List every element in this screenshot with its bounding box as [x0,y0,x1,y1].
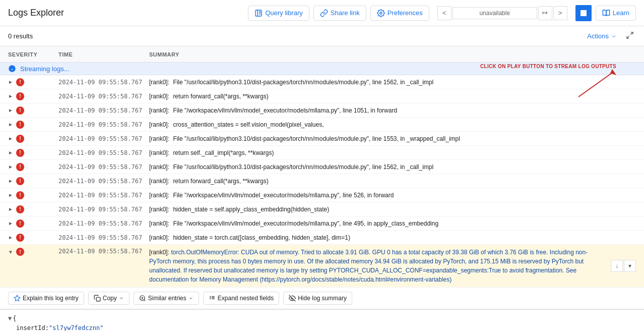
summary-cell: [rank0]: File "/usr/local/lib/python3.10… [149,135,636,142]
summary-cell: [rank0]: hidden_state = self.apply_class… [149,206,636,213]
log-row[interactable]: ► ! 2024-11-09 09:55:58.767 [rank0]: Fil… [0,188,644,202]
log-row[interactable]: ► ! 2024-11-09 09:55:58.767 [rank0]: cro… [0,118,644,132]
expand-toggle[interactable]: ► [8,93,13,99]
similar-button[interactable]: Similar entries [134,292,199,305]
nav-next-button[interactable]: > [553,6,567,20]
expand-view-button[interactable] [624,29,636,43]
more-actions-button[interactable]: ▾ [624,260,636,272]
severity-icon: ! [16,163,24,171]
summary-cell: [rank0]: hidden_state = torch.cat([class… [149,234,636,241]
severity-cell: ► ! [8,135,58,143]
expand-nested-button[interactable]: Expand nested fields [203,292,279,305]
app-title: Logs Explorer [8,8,64,18]
log-row[interactable]: ► ! 2024-11-09 09:55:58.767 [rank0]: Fil… [0,75,644,89]
time-cell: 2024-11-09 09:55:58.767 [58,234,149,241]
summary-text: File "/usr/local/lib/python3.10/dist-pac… [173,135,460,142]
log-row[interactable]: ► ! 2024-11-09 09:55:58.767 [rank0]: hid… [0,202,644,216]
explain-button[interactable]: Explain this log entry [8,292,84,305]
chevron-down-icon [611,33,617,39]
table-header: SEVERITY TIME SUMMARY [0,46,644,63]
severity-cell: ► ! [8,149,58,157]
time-cell: 2024-11-09 09:55:58.767 [58,107,149,114]
rank-label: [rank0]: [149,163,169,171]
hide-summary-button[interactable]: Hide log summary [283,292,352,305]
json-insert-id-line: insertId : "sl7yw7fedcznn" [16,323,636,331]
expand-toggle[interactable]: ► [8,136,13,141]
expand-toggle[interactable]: ► [8,107,13,113]
expand-toggle[interactable]: ► [8,220,13,226]
link-icon [320,9,328,17]
rank-label: [rank0]: [149,234,169,241]
download-button[interactable]: ↓ [611,260,623,272]
expand-toggle[interactable]: ► [8,235,13,240]
time-cell: 2024-11-09 09:55:58.767 [58,178,149,185]
subbar: 0 results Actions [0,26,644,46]
expand-toggle[interactable]: ► [8,192,13,198]
expand-toggle[interactable]: ► [8,206,13,212]
collapse-toggle[interactable]: ▼ [8,249,13,255]
summary-text: hidden_state = torch.cat([class_embeddin… [173,234,350,241]
expanded-log-row[interactable]: ▼ ! 2024-11-09 09:55:58.767 [rank0]: tor… [0,245,644,288]
severity-icon: ! [16,106,24,115]
rank-label: [rank0]: [149,107,169,114]
summary-text: File "/workspace/vllm/vllm/model_executo… [173,220,438,227]
play-button[interactable] [575,5,592,21]
log-row[interactable]: ► ! 2024-11-09 09:55:58.767 [rank0]: hid… [0,231,644,245]
log-row[interactable]: ► ! 2024-11-09 09:55:58.767 [rank0]: ret… [0,89,644,103]
streaming-row[interactable]: Streaming logs... [0,63,644,75]
expand-toggle[interactable]: ► [8,79,13,85]
severity-icon: ! [16,135,24,143]
summary-text: File "/workspace/vllm/vllm/model_executo… [173,192,394,199]
summary-text: cross_attention_states = self.vision_mod… [173,121,324,128]
actions-button[interactable]: Actions [582,30,622,42]
time-cell: 2024-11-09 09:55:58.767 [58,220,149,227]
nav-input[interactable] [453,7,537,19]
severity-icon: ! [16,219,24,228]
stop-icon [581,10,587,16]
expand-toggle[interactable]: ► [8,178,13,184]
svg-rect-6 [581,10,587,16]
share-link-button[interactable]: Share link [313,6,366,21]
severity-cell: ► ! [8,191,58,199]
json-root-toggle[interactable]: ▼ [8,314,12,323]
severity-cell: ► ! [8,205,58,213]
nav-controls: < ↦ > [437,6,567,20]
rank-label: [rank0]: [149,206,169,213]
log-row[interactable]: ► ! 2024-11-09 09:55:58.767 [rank0]: ret… [0,146,644,160]
time-cell: 2024-11-09 09:55:58.767 [58,79,149,86]
hide-icon [289,295,296,302]
svg-line-8 [627,36,629,38]
sparkle-icon [14,295,21,302]
preferences-button[interactable]: Preferences [370,6,429,21]
rank-label: [rank0]: [149,149,169,156]
time-cell: 2024-11-09 09:55:58.767 [58,135,149,142]
severity-cell: ► ! [8,92,58,100]
summary-cell: [rank0]: File "/workspace/vllm/vllm/mode… [149,192,636,199]
expand-toggle[interactable]: ► [8,122,13,127]
nav-last-button[interactable]: ↦ [538,6,552,20]
summary-cell: [rank0]: return forward_call(*args, **kw… [149,93,636,100]
log-table: ► ! 2024-11-09 09:55:58.767 [rank0]: Fil… [0,75,644,245]
json-open: ▼ { [8,314,636,323]
severity-icon: ! [16,121,24,129]
summary-cell: [rank0]: File "/usr/local/lib/python3.10… [149,163,636,171]
summary-cell: [rank0]: return self._call_impl(*args, *… [149,149,636,156]
rank-label: [rank0]: [149,121,169,128]
query-library-button[interactable]: Query library [248,6,309,21]
learn-button[interactable]: Learn [596,6,636,21]
expand-toggle[interactable]: ► [8,150,13,155]
top-section: CLICK ON PLAY BUTTON TO STREAM LOG OUTPU… [0,63,644,309]
nav-prev-button[interactable]: < [437,6,452,20]
similar-chevron-icon [188,296,194,301]
expand-toggle[interactable]: ► [8,164,13,170]
action-bar: Explain this log entry Copy Similar entr… [0,288,644,309]
log-row[interactable]: ► ! 2024-11-09 09:55:58.767 [rank0]: Fil… [0,132,644,146]
log-row[interactable]: ► ! 2024-11-09 09:55:58.767 [rank0]: Fil… [0,103,644,118]
log-row[interactable]: ► ! 2024-11-09 09:55:58.767 [rank0]: Fil… [0,160,644,174]
summary-text: File "/usr/local/lib/python3.10/dist-pac… [173,163,433,171]
expand-icon [626,31,634,39]
log-row[interactable]: ► ! 2024-11-09 09:55:58.767 [rank0]: ret… [0,174,644,188]
copy-button[interactable]: Copy [88,292,130,305]
svg-rect-15 [96,297,100,301]
log-row[interactable]: ► ! 2024-11-09 09:55:58.767 [rank0]: Fil… [0,216,644,231]
